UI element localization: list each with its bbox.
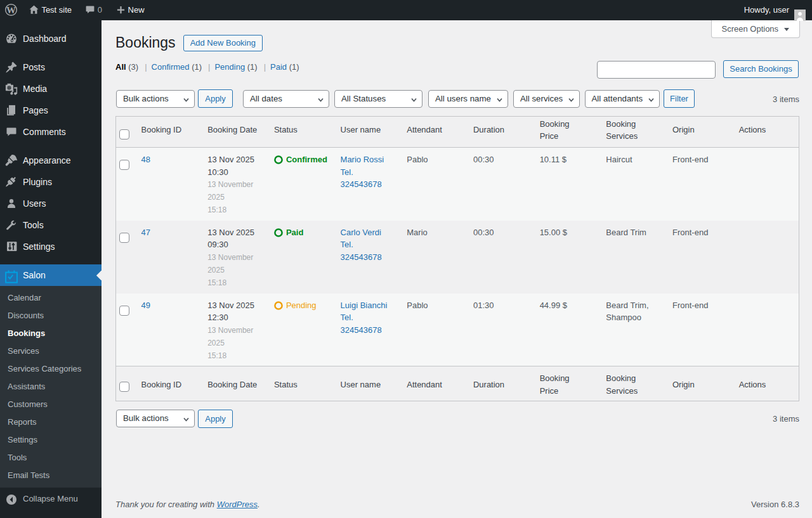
svg-text:W: W: [6, 4, 16, 15]
